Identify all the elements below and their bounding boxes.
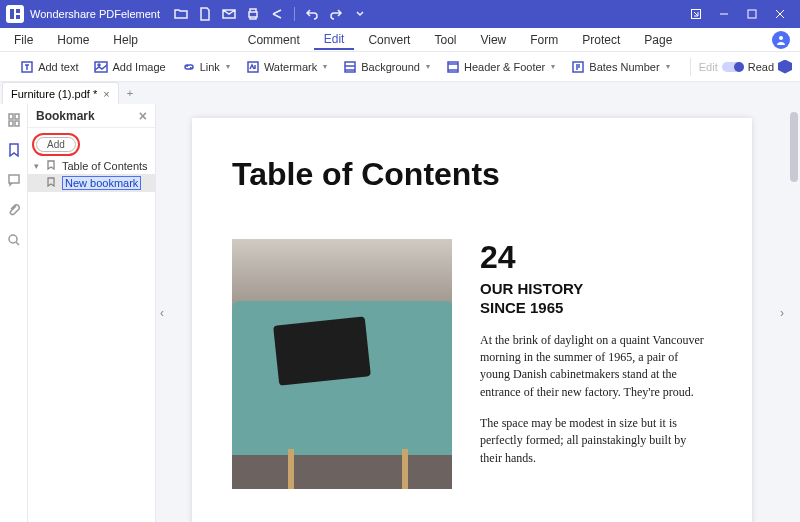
menu-protect[interactable]: Protect: [572, 31, 630, 49]
menu-page[interactable]: Page: [634, 31, 682, 49]
header-footer-icon: [446, 60, 460, 74]
stat-number: 24: [480, 239, 710, 276]
thumbnails-icon[interactable]: [6, 112, 22, 128]
ribbon-add-text[interactable]: Add text: [14, 60, 84, 74]
ribbon-header-footer[interactable]: Header & Footer▾: [440, 60, 561, 74]
document-tab[interactable]: Furniture (1).pdf * ×: [2, 82, 119, 104]
share-icon[interactable]: [270, 7, 284, 21]
redo-icon[interactable]: [329, 7, 343, 21]
tab-title: Furniture (1).pdf *: [11, 88, 97, 100]
folder-icon[interactable]: [174, 7, 188, 21]
popout-icon[interactable]: [682, 0, 710, 28]
body-paragraph: The space may be modest in size but it i…: [480, 415, 710, 467]
svg-rect-1: [748, 10, 756, 18]
menu-tool[interactable]: Tool: [424, 31, 466, 49]
svg-rect-12: [9, 121, 13, 126]
text-icon: [20, 60, 34, 74]
settings-hex-icon[interactable]: [778, 60, 792, 74]
ribbon-background[interactable]: Background▾: [337, 60, 436, 74]
menu-file[interactable]: File: [4, 31, 43, 49]
panel-close-icon[interactable]: ×: [139, 108, 147, 124]
bookmark-small-icon: [46, 177, 58, 189]
svg-point-15: [9, 235, 17, 243]
search-icon[interactable]: [6, 232, 22, 248]
ribbon-watermark[interactable]: Watermark▾: [240, 60, 333, 74]
page-photo: [232, 239, 452, 489]
print-icon[interactable]: [246, 7, 260, 21]
ribbon-edit-label: Edit: [699, 61, 718, 73]
document-area: ‹ Table of Contents 24 OUR HISTORY: [156, 104, 800, 522]
svg-rect-10: [9, 114, 13, 119]
document-canvas[interactable]: Table of Contents 24 OUR HISTORY SINCE 1…: [168, 104, 776, 522]
svg-rect-14: [9, 175, 19, 183]
file-icon[interactable]: [198, 7, 212, 21]
tree-toggle-icon[interactable]: ▾: [34, 161, 42, 171]
bookmark-small-icon: [46, 160, 58, 172]
menu-home[interactable]: Home: [47, 31, 99, 49]
page-heading: Table of Contents: [232, 156, 712, 193]
bookmark-edit-input[interactable]: New bookmark: [62, 176, 141, 190]
ribbon-bates-number[interactable]: Bates Number▾: [565, 60, 675, 74]
bookmark-node-editing[interactable]: New bookmark: [28, 174, 155, 192]
menubar: File Home Help Comment Edit Convert Tool…: [0, 28, 800, 52]
svg-point-2: [779, 36, 783, 40]
background-icon: [343, 60, 357, 74]
user-avatar-icon[interactable]: [772, 31, 790, 49]
annotations-icon[interactable]: [6, 172, 22, 188]
svg-rect-11: [15, 114, 19, 119]
bookmark-label: Table of Contents: [62, 160, 148, 172]
attachments-icon[interactable]: [6, 202, 22, 218]
pdf-page: Table of Contents 24 OUR HISTORY SINCE 1…: [192, 118, 752, 522]
tab-close-icon[interactable]: ×: [103, 88, 109, 100]
menu-view[interactable]: View: [470, 31, 516, 49]
collapse-right-icon[interactable]: ›: [780, 306, 784, 320]
bookmark-node[interactable]: ▾ Table of Contents: [28, 158, 155, 174]
bates-icon: [571, 60, 585, 74]
close-icon[interactable]: [766, 0, 794, 28]
app-title: Wondershare PDFelement: [30, 8, 160, 20]
quick-access-toolbar: [174, 7, 367, 21]
menu-form[interactable]: Form: [520, 31, 568, 49]
titlebar: Wondershare PDFelement: [0, 0, 800, 28]
mail-icon[interactable]: [222, 7, 236, 21]
svg-point-5: [98, 64, 100, 66]
body-paragraph: At the brink of daylight on a quaint Van…: [480, 332, 710, 402]
menu-help[interactable]: Help: [103, 31, 148, 49]
bookmark-panel: Bookmark × Add ▾ Table of Contents New b…: [28, 104, 156, 522]
vertical-scrollbar[interactable]: [788, 104, 800, 522]
new-tab-button[interactable]: +: [119, 82, 141, 104]
scrollbar-thumb[interactable]: [790, 112, 798, 182]
document-tabbar: Furniture (1).pdf * × +: [0, 82, 800, 104]
workspace: Bookmark × Add ▾ Table of Contents New b…: [0, 104, 800, 522]
watermark-icon: [246, 60, 260, 74]
add-bookmark-button[interactable]: Add: [36, 137, 76, 152]
panel-title: Bookmark: [36, 109, 95, 123]
menu-convert[interactable]: Convert: [358, 31, 420, 49]
link-icon: [182, 60, 196, 74]
collapse-left-icon[interactable]: ‹: [160, 306, 164, 320]
ribbon-link[interactable]: Link▾: [176, 60, 236, 74]
minimize-icon[interactable]: [710, 0, 738, 28]
maximize-icon[interactable]: [738, 0, 766, 28]
image-icon: [94, 60, 108, 74]
svg-rect-13: [15, 121, 19, 126]
stat-subtitle: OUR HISTORY SINCE 1965: [480, 280, 710, 318]
left-rail: [0, 104, 28, 522]
bookmark-icon[interactable]: [6, 142, 22, 158]
app-logo-icon: [6, 5, 24, 23]
edit-read-toggle[interactable]: [722, 62, 744, 72]
ribbon: Add text Add Image Link▾ Watermark▾ Back…: [0, 52, 800, 82]
dropdown-icon[interactable]: [353, 7, 367, 21]
menu-comment[interactable]: Comment: [238, 31, 310, 49]
ribbon-add-image[interactable]: Add Image: [88, 60, 171, 74]
undo-icon[interactable]: [305, 7, 319, 21]
ribbon-read-label: Read: [748, 61, 774, 73]
menu-edit[interactable]: Edit: [314, 30, 355, 50]
bookmark-tree: ▾ Table of Contents New bookmark: [28, 158, 155, 192]
